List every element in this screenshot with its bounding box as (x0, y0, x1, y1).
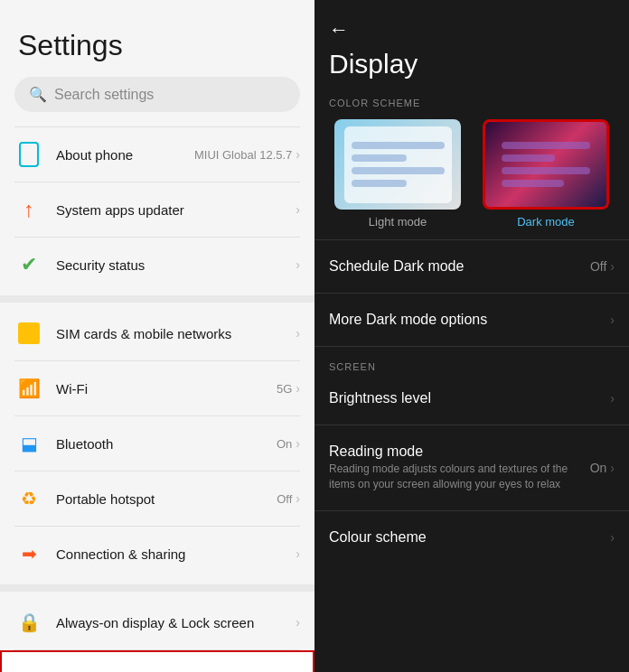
dark-mode-option[interactable]: Dark mode (477, 119, 615, 229)
chevron-right-icon: › (610, 259, 615, 274)
right-divider-5 (314, 510, 629, 511)
group-divider-1 (0, 295, 314, 303)
reading-label: Reading mode (329, 443, 590, 460)
light-mode-label: Light mode (369, 215, 427, 229)
color-scheme-section-label: COLOR SCHEME (314, 90, 629, 116)
system-apps-label: System apps updater (56, 202, 296, 218)
security-icon: ✔ (14, 250, 43, 279)
display-icon: ☀ (16, 665, 45, 672)
bluetooth-icon: ⬓ (14, 429, 43, 458)
reading-mode-item[interactable]: Reading mode Reading mode adjusts colour… (314, 429, 629, 507)
back-button[interactable]: ← (329, 18, 349, 42)
search-icon: 🔍 (29, 86, 47, 103)
sidebar-item-sim[interactable]: SIM cards & mobile networks › (0, 306, 314, 360)
search-bar[interactable]: 🔍 Search settings (14, 77, 300, 112)
light-mode-preview (334, 119, 461, 210)
bluetooth-value: On (277, 437, 292, 451)
right-divider-3 (314, 346, 629, 347)
light-mode-option[interactable]: Light mode (329, 119, 466, 229)
phone-icon (14, 140, 43, 169)
schedule-dark-item[interactable]: Schedule Dark mode Off › (314, 244, 629, 289)
sidebar-item-lock[interactable]: 🔒 Always-on display & Lock screen › (0, 595, 314, 649)
sidebar-item-system-apps[interactable]: ↑ System apps updater › (0, 182, 314, 237)
hotspot-value: Off (277, 492, 292, 506)
chevron-right-icon: › (296, 615, 300, 630)
reading-sublabel: Reading mode adjusts colours and texture… (329, 462, 590, 492)
sidebar-item-display[interactable]: ☀ Display › (0, 650, 314, 672)
right-title: Display (329, 49, 418, 79)
right-header: ← (314, 0, 629, 49)
right-divider-4 (314, 425, 629, 425)
dark-mode-preview (483, 119, 609, 210)
brightness-label: Brightness level (329, 390, 610, 406)
right-panel: ← Display COLOR SCHEME Light mode (314, 0, 629, 672)
sidebar-item-connection[interactable]: ➡ Connection & sharing › (0, 527, 314, 581)
chevron-right-icon: › (610, 461, 615, 475)
right-divider-2 (314, 293, 629, 294)
wifi-value: 5G (277, 382, 292, 396)
security-label: Security status (56, 257, 296, 273)
chevron-right-icon: › (296, 202, 300, 217)
chevron-right-icon: › (296, 147, 300, 162)
search-placeholder: Search settings (54, 87, 154, 103)
schedule-dark-label: Schedule Dark mode (329, 258, 590, 275)
chevron-right-icon: › (610, 530, 615, 545)
dark-mode-label: Dark mode (517, 215, 575, 229)
schedule-dark-value: Off (590, 259, 606, 274)
sidebar-item-security[interactable]: ✔ Security status › (0, 238, 314, 292)
sidebar-item-hotspot[interactable]: ♻ Portable hotspot Off › (0, 471, 314, 526)
chevron-right-icon: › (296, 381, 300, 396)
sim-icon (14, 319, 43, 348)
about-phone-label: About phone (56, 147, 194, 163)
connection-icon: ➡ (14, 539, 43, 568)
chevron-right-icon: › (296, 257, 300, 272)
wifi-icon: 📶 (14, 374, 43, 403)
chevron-right-icon: › (610, 313, 615, 327)
chevron-right-icon: › (610, 391, 615, 406)
chevron-right-icon: › (296, 436, 300, 451)
screen-section-label: SCREEN (314, 350, 629, 376)
connection-label: Connection & sharing (56, 546, 296, 562)
color-scheme-row: Light mode Dark mode (314, 116, 629, 236)
hotspot-icon: ♻ (14, 484, 43, 513)
lock-icon: 🔒 (14, 608, 43, 637)
left-panel: Settings 🔍 Search settings About phone M… (0, 0, 314, 672)
about-phone-value: MIUI Global 12.5.7 (194, 148, 292, 162)
chevron-right-icon: › (296, 491, 300, 506)
more-dark-label: More Dark mode options (329, 312, 610, 328)
brightness-item[interactable]: Brightness level › (314, 376, 629, 421)
lock-label: Always-on display & Lock screen (56, 615, 296, 630)
wifi-label: Wi-Fi (56, 381, 277, 397)
settings-title: Settings (0, 0, 314, 77)
colour-scheme-item[interactable]: Colour scheme › (314, 515, 629, 560)
sim-label: SIM cards & mobile networks (56, 326, 296, 341)
bluetooth-label: Bluetooth (56, 436, 277, 452)
sidebar-item-bluetooth[interactable]: ⬓ Bluetooth On › (0, 416, 314, 471)
reading-value: On (590, 461, 607, 475)
update-icon: ↑ (14, 195, 43, 224)
hotspot-label: Portable hotspot (56, 491, 277, 507)
right-divider-1 (314, 239, 629, 240)
sidebar-item-about-phone[interactable]: About phone MIUI Global 12.5.7 › (0, 127, 314, 182)
group-divider-2 (0, 584, 314, 592)
more-dark-item[interactable]: More Dark mode options › (314, 297, 629, 342)
chevron-right-icon: › (296, 326, 300, 341)
colour-scheme-label: Colour scheme (329, 529, 610, 546)
chevron-right-icon: › (296, 546, 300, 561)
sidebar-item-wifi[interactable]: 📶 Wi-Fi 5G › (0, 361, 314, 415)
